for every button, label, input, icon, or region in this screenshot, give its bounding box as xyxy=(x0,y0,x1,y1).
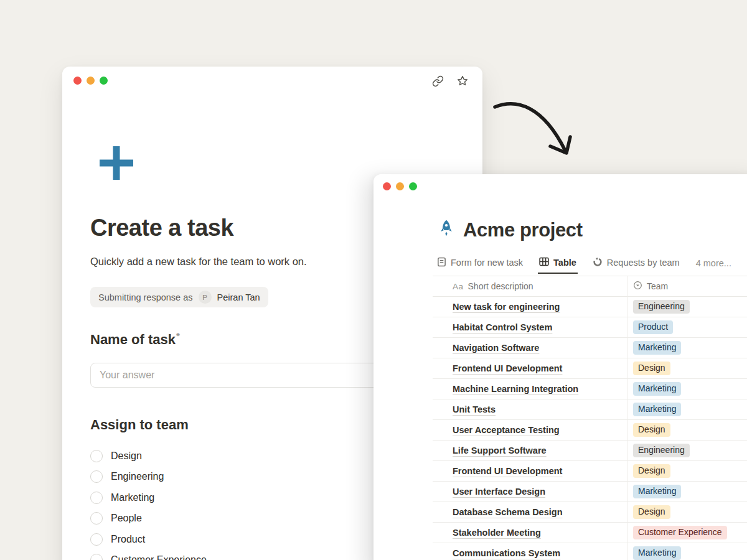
team-radio-group: Design Engineering Marketing People Prod… xyxy=(90,446,207,560)
table-icon xyxy=(539,257,549,268)
radio-option-label: Design xyxy=(111,450,142,462)
view-tabs: Form for new task Table Requests by team xyxy=(436,253,731,274)
task-title-cell[interactable]: Machine Learning Integration xyxy=(453,384,578,394)
task-title-cell[interactable]: User Acceptance Testing xyxy=(453,425,560,435)
radio-circle-icon[interactable] xyxy=(90,470,103,483)
table-row[interactable]: User Interface Design Marketing xyxy=(433,482,747,502)
radio-circle-icon[interactable] xyxy=(90,533,103,546)
zoom-window-button[interactable] xyxy=(409,182,417,190)
radio-circle-icon[interactable] xyxy=(90,512,103,525)
curved-arrow xyxy=(479,87,585,170)
team-tag[interactable]: Engineering xyxy=(633,444,690,458)
avatar: P xyxy=(199,291,212,304)
table-row[interactable]: Habitat Control System Product xyxy=(433,317,747,338)
form-icon xyxy=(437,257,446,269)
team-radio-option[interactable]: Product xyxy=(90,529,207,550)
rocket-icon xyxy=(438,220,454,241)
radio-option-label: Engineering xyxy=(111,471,164,482)
tab-requests-by-team[interactable]: Requests by team xyxy=(591,253,681,274)
text-property-icon: Aa xyxy=(453,282,464,291)
table-row[interactable]: Navigation Software Marketing xyxy=(433,338,747,358)
radio-circle-icon[interactable] xyxy=(90,450,103,462)
radio-option-label: Marketing xyxy=(111,492,154,503)
table-row[interactable]: Unit Tests Marketing xyxy=(433,399,747,420)
task-title-cell[interactable]: Life Support Software xyxy=(453,446,547,455)
table-header-row: Aa Short description Team xyxy=(433,276,747,297)
tab-table[interactable]: Table xyxy=(538,253,578,274)
name-of-task-label: Name of task* xyxy=(90,332,179,348)
link-icon[interactable] xyxy=(432,75,444,87)
task-title-cell[interactable]: Database Schema Design xyxy=(453,507,563,517)
team-tag[interactable]: Marketing xyxy=(633,403,681,417)
plus-icon xyxy=(98,145,134,184)
radio-option-label: Customer Experience xyxy=(111,554,207,560)
table-row[interactable]: Stakeholder Meeting Customer Experience xyxy=(433,523,747,543)
radio-circle-icon[interactable] xyxy=(90,492,103,504)
window-controls xyxy=(73,77,108,85)
task-title-cell[interactable]: Frontend UI Development xyxy=(453,466,562,476)
team-tag[interactable]: Design xyxy=(633,362,670,376)
table-row[interactable]: User Acceptance Testing Design xyxy=(433,420,747,441)
database-table: Aa Short description Team New task for e… xyxy=(433,276,747,560)
team-radio-option[interactable]: Engineering xyxy=(90,467,207,488)
column-header-team[interactable]: Team xyxy=(647,281,668,291)
table-window: Acme project Form for new task xyxy=(374,174,747,560)
table-row[interactable]: Communications System Marketing xyxy=(433,543,747,560)
team-tag[interactable]: Marketing xyxy=(633,382,681,396)
form-title: Create a task xyxy=(90,215,233,241)
team-tag[interactable]: Marketing xyxy=(633,341,681,355)
submitting-as-chip: Submitting response as P Peiran Tan xyxy=(90,287,268,307)
team-tag[interactable]: Marketing xyxy=(633,485,681,499)
task-title-cell[interactable]: Unit Tests xyxy=(453,404,496,414)
required-marker: * xyxy=(176,330,180,341)
task-title-cell[interactable]: Communications System xyxy=(453,548,560,558)
submit-chip-user: Peiran Tan xyxy=(217,292,260,302)
radio-option-label: People xyxy=(111,513,142,524)
select-property-icon xyxy=(633,281,642,292)
table-rows: New task for engineering Engineering Hab… xyxy=(433,297,747,560)
table-row[interactable]: Database Schema Design Design xyxy=(433,502,747,523)
team-tag[interactable]: Customer Experience xyxy=(633,526,727,540)
table-row[interactable]: Frontend UI Development Design xyxy=(433,461,747,482)
table-row[interactable]: Frontend UI Development Design xyxy=(433,358,747,379)
team-tag[interactable]: Design xyxy=(633,423,670,437)
table-row[interactable]: New task for engineering Engineering xyxy=(433,297,747,317)
team-radio-option[interactable]: People xyxy=(90,508,207,530)
close-window-button[interactable] xyxy=(73,77,82,85)
table-row[interactable]: Life Support Software Engineering xyxy=(433,441,747,461)
team-tag[interactable]: Design xyxy=(633,464,670,478)
tab-form-for-new-task[interactable]: Form for new task xyxy=(436,253,524,274)
close-window-button[interactable] xyxy=(383,182,391,190)
task-title-cell[interactable]: New task for engineering xyxy=(453,302,560,312)
page-title: Acme project xyxy=(463,219,583,241)
team-tag[interactable]: Product xyxy=(633,320,673,335)
form-subtitle: Quickly add a new task for the team to w… xyxy=(90,256,307,268)
minimize-window-button[interactable] xyxy=(87,77,95,85)
pie-chart-icon xyxy=(593,257,603,269)
submit-chip-prefix: Submitting response as xyxy=(98,292,193,302)
more-tabs-button[interactable]: 4 more... xyxy=(695,253,731,274)
desktop-canvas: { "background_color": "#F2F0EB", "window… xyxy=(0,0,747,560)
task-title-cell[interactable]: Navigation Software xyxy=(453,343,539,353)
team-tag[interactable]: Marketing xyxy=(633,546,681,560)
column-divider xyxy=(627,276,627,560)
table-row[interactable]: Machine Learning Integration Marketing xyxy=(433,379,747,399)
column-header-short-description[interactable]: Short description xyxy=(468,281,533,291)
minimize-window-button[interactable] xyxy=(396,182,404,190)
team-tag[interactable]: Engineering xyxy=(633,300,690,314)
team-tag[interactable]: Design xyxy=(633,505,670,520)
task-title-cell[interactable]: Habitat Control System xyxy=(453,322,552,332)
window-controls xyxy=(383,182,417,190)
task-title-cell[interactable]: Frontend UI Development xyxy=(453,363,562,373)
radio-circle-icon[interactable] xyxy=(90,554,103,560)
radio-option-label: Product xyxy=(111,534,145,545)
task-title-cell[interactable]: Stakeholder Meeting xyxy=(453,528,541,538)
team-radio-option[interactable]: Design xyxy=(90,446,207,467)
team-radio-option[interactable]: Marketing xyxy=(90,487,207,508)
zoom-window-button[interactable] xyxy=(100,77,108,85)
assign-to-team-label: Assign to team xyxy=(90,417,189,433)
team-radio-option[interactable]: Customer Experience xyxy=(90,550,207,560)
task-title-cell[interactable]: User Interface Design xyxy=(453,487,545,497)
star-icon[interactable] xyxy=(456,75,469,87)
